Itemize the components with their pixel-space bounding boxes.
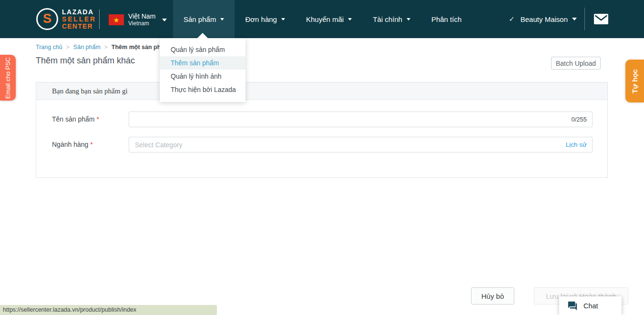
self-learning-tab-label: Tự học	[631, 69, 639, 93]
cancel-button[interactable]: Hủy bỏ	[471, 287, 514, 305]
page-title: Thêm một sản phẩm khác	[36, 56, 135, 66]
category-input-wrap: Lịch sử	[129, 137, 593, 152]
chevron-down-icon	[281, 18, 285, 20]
country-subname: Vietnam	[128, 20, 155, 27]
breadcrumb-link-home[interactable]: Trang chủ	[36, 44, 62, 51]
chevron-down-icon	[572, 18, 577, 20]
char-counter: 0/255	[571, 112, 587, 127]
country-selector[interactable]: ★ Việt Nam Vietnam	[109, 12, 167, 27]
nav-item-analytics[interactable]: Phân tích	[421, 0, 472, 38]
chevron-down-icon	[407, 18, 410, 20]
email-psc-tab[interactable]: Email cho PSC	[0, 55, 16, 101]
flag-star-icon: ★	[113, 17, 120, 23]
main-nav-menu: Sản phẩm Đơn hàng Khuyến mãi Tài chính P…	[173, 0, 472, 38]
dropdown-item-fulfilled-by-lazada[interactable]: Thực hiện bởi Lazada	[160, 83, 245, 96]
nav-item-label: Phân tích	[431, 15, 461, 23]
nav-item-orders[interactable]: Đơn hàng	[235, 0, 296, 38]
chat-widget[interactable]: Chat	[559, 296, 622, 315]
nav-item-finance[interactable]: Tài chính	[362, 0, 421, 38]
top-navbar: S LAZADA SELLER CENTER ★ Việt Nam Vietna…	[0, 0, 644, 38]
country-name: Việt Nam	[128, 12, 155, 20]
product-form-card: Bạn đang bạn sản phẩm gì Tên sản phẩm* 0…	[36, 82, 608, 178]
vietnam-flag-icon: ★	[109, 14, 124, 25]
product-name-label-text: Tên sản phẩm	[52, 115, 95, 123]
country-names: Việt Nam Vietnam	[128, 12, 155, 27]
logo-line-center: CENTER	[62, 23, 96, 30]
chevron-down-icon	[220, 18, 224, 20]
chat-icon	[567, 301, 578, 311]
dropdown-item-manage-images[interactable]: Quản lý hình ảnh	[160, 70, 245, 83]
lazada-logo-circle: S	[36, 8, 58, 30]
category-row: Ngành hàng* Lịch sử	[36, 137, 607, 152]
chat-label: Chat	[583, 302, 598, 310]
breadcrumb-link-products[interactable]: Sản phẩm	[73, 44, 101, 51]
form-section-header: Bạn đang bạn sản phẩm gì	[36, 82, 607, 100]
breadcrumb-separator: >	[104, 44, 108, 51]
check-icon: ✓	[509, 15, 515, 23]
chevron-down-icon	[348, 18, 352, 20]
dropdown-arrow	[197, 33, 208, 38]
nav-item-label: Sản phẩm	[184, 15, 216, 23]
logo-divider	[99, 10, 100, 29]
history-link[interactable]: Lịch sử	[566, 137, 587, 152]
chevron-down-icon	[162, 19, 167, 21]
nav-item-label: Đơn hàng	[245, 15, 277, 23]
product-name-input[interactable]	[129, 112, 593, 127]
navbar-right-section: ✓ Beauty Maison	[509, 0, 608, 38]
self-learning-tab[interactable]: Tự học	[625, 60, 644, 102]
lazada-seller-center-page: S LAZADA SELLER CENTER ★ Việt Nam Vietna…	[0, 0, 644, 315]
category-label-text: Ngành hàng	[52, 141, 88, 148]
required-asterisk: *	[90, 141, 92, 148]
dropdown-item-add-product[interactable]: Thêm sản phẩm	[160, 56, 245, 70]
product-name-input-wrap: 0/255	[129, 112, 593, 127]
category-label: Ngành hàng*	[52, 137, 93, 152]
shop-name: Beauty Maison	[521, 15, 568, 23]
lazada-logo-text: LAZADA SELLER CENTER	[62, 9, 96, 30]
breadcrumb-current: Thêm một sản phẩ	[112, 44, 164, 51]
batch-upload-button[interactable]: Batch Upload	[551, 57, 601, 70]
lazada-logo[interactable]: S LAZADA SELLER CENTER	[36, 8, 96, 30]
nav-item-label: Khuyến mãi	[306, 15, 344, 23]
logo-line-lazada: LAZADA	[62, 9, 96, 16]
shop-selector[interactable]: ✓ Beauty Maison	[509, 15, 577, 23]
products-dropdown-menu: Quản lý sản phẩm Thêm sản phẩm Quản lý h…	[160, 38, 245, 102]
nav-item-products[interactable]: Sản phẩm	[173, 0, 235, 38]
required-asterisk: *	[97, 115, 99, 123]
lazada-monogram-icon: S	[43, 12, 51, 25]
statusbar-url: https://sellercenter.lazada.vn/product/p…	[0, 305, 217, 315]
dropdown-item-manage-products[interactable]: Quản lý sản phẩm	[160, 43, 245, 56]
logo-line-seller: SELLER	[62, 16, 96, 23]
email-psc-tab-label: Email cho PSC	[4, 57, 11, 98]
mail-icon[interactable]	[594, 14, 608, 24]
form-section-title: Bạn đang bạn sản phẩm gì	[52, 87, 128, 95]
nav-item-promotions[interactable]: Khuyến mãi	[296, 0, 362, 38]
breadcrumb-separator: >	[66, 44, 70, 51]
nav-item-label: Tài chính	[373, 15, 402, 23]
category-input[interactable]	[129, 137, 593, 152]
nav-divider	[584, 8, 585, 30]
breadcrumb: Trang chủ > Sản phẩm > Thêm một sản phẩ	[36, 44, 164, 51]
product-name-label: Tên sản phẩm*	[52, 112, 99, 127]
product-name-row: Tên sản phẩm* 0/255	[36, 112, 607, 127]
